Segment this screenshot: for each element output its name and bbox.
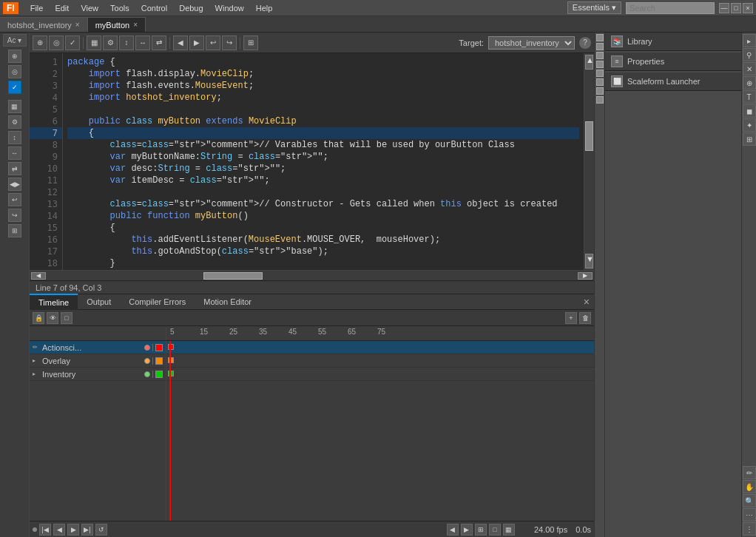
toolbar-btn-5[interactable]: ⚙ xyxy=(103,36,118,50)
panel-strip-btn-7[interactable] xyxy=(596,87,604,95)
rt-btn-extra1[interactable]: ⋯ xyxy=(743,508,756,521)
scroll-left-arrow[interactable]: ◀ xyxy=(31,272,46,280)
code-content[interactable]: package { import flash.display.MovieClip… xyxy=(63,53,584,270)
scroll-up-arrow[interactable]: ▲ xyxy=(585,55,593,70)
playhead[interactable] xyxy=(169,341,171,521)
maximize-button[interactable]: □ xyxy=(731,3,741,13)
layer-visibility-dot[interactable] xyxy=(144,358,150,364)
tl-tool-2[interactable]: ▶ xyxy=(461,524,473,536)
rt-btn-hand[interactable]: ✋ xyxy=(743,480,756,493)
scroll-thumb[interactable] xyxy=(585,121,593,151)
menu-window[interactable]: Window xyxy=(209,2,250,14)
vertical-scrollbar[interactable]: ▲ ▼ xyxy=(584,53,594,270)
tl-btn-outline[interactable]: □ xyxy=(61,312,72,324)
left-tool-2[interactable]: ◎ xyxy=(8,65,21,78)
panel-strip-btn-2[interactable] xyxy=(596,43,604,50)
frame-row-2[interactable] xyxy=(166,368,594,381)
toolbar-btn-2[interactable]: ◎ xyxy=(49,36,64,50)
rt-btn-7[interactable]: ✦ xyxy=(743,118,756,132)
rt-btn-extra2[interactable]: ⋮ xyxy=(743,522,756,536)
rt-btn-5[interactable]: T xyxy=(743,90,756,104)
left-tool-9[interactable]: ◀▶ xyxy=(8,178,21,191)
toolbar-btn-12[interactable]: ↪ xyxy=(222,36,237,50)
panel-strip-btn-1[interactable] xyxy=(596,34,604,41)
rt-btn-3[interactable]: ✕ xyxy=(743,62,756,75)
loop-btn[interactable]: ↺ xyxy=(95,524,107,536)
tab-close-hotshot[interactable]: × xyxy=(75,21,80,29)
toolbar-btn-11[interactable]: ↩ xyxy=(206,36,220,50)
panel-strip-btn-3[interactable] xyxy=(596,52,604,59)
tab-output[interactable]: Output xyxy=(78,294,120,310)
rt-btn-6[interactable]: ◼ xyxy=(743,104,756,118)
left-tool-10[interactable]: ↩ xyxy=(8,193,21,206)
rt-btn-8[interactable]: ⊞ xyxy=(743,132,756,146)
tab-motion-editor[interactable]: Motion Editor xyxy=(195,294,260,310)
left-tool-11[interactable]: ↪ xyxy=(8,209,21,222)
rt-btn-pencil[interactable]: ✏ xyxy=(743,466,756,479)
layer-visibility-dot[interactable] xyxy=(144,345,150,351)
tab-mybutton[interactable]: myButton × xyxy=(88,17,146,32)
left-tool-6[interactable]: ↕ xyxy=(8,131,21,144)
help-button[interactable]: ? xyxy=(579,37,591,49)
tab-close-mybutton[interactable]: × xyxy=(133,21,138,29)
play-btn[interactable]: ▶ xyxy=(67,524,79,536)
left-tool-12[interactable]: ⊞ xyxy=(8,224,21,237)
menu-help[interactable]: Help xyxy=(250,2,279,14)
play-start-btn[interactable]: |◀ xyxy=(39,524,51,536)
panel-strip-btn-6[interactable] xyxy=(596,78,604,86)
menu-edit[interactable]: Edit xyxy=(49,2,75,14)
close-button[interactable]: × xyxy=(743,3,753,13)
frame-row-1[interactable] xyxy=(166,354,594,368)
menu-tools[interactable]: Tools xyxy=(104,2,135,14)
scroll-down-arrow[interactable]: ▼ xyxy=(585,254,593,268)
timeline-frames[interactable] xyxy=(166,341,594,521)
tl-tool-5[interactable]: ▦ xyxy=(503,524,515,536)
left-tool-4[interactable]: ▦ xyxy=(8,100,21,113)
tl-tool-3[interactable]: ⊞ xyxy=(475,524,487,536)
rt-btn-4[interactable]: ⊕ xyxy=(743,76,756,90)
toolbar-btn-7[interactable]: ↔ xyxy=(135,36,150,50)
toolbar-btn-6[interactable]: ↕ xyxy=(119,36,134,50)
layer-color-indicator[interactable] xyxy=(155,344,163,351)
essentials-dropdown[interactable]: Essentials ▾ xyxy=(567,1,621,14)
minimize-button[interactable]: — xyxy=(719,3,729,13)
panel-strip-btn-5[interactable] xyxy=(596,70,604,77)
tab-compiler-errors[interactable]: Compiler Errors xyxy=(120,294,195,310)
rt-btn-1[interactable]: ▸ xyxy=(743,34,756,47)
toolbar-btn-3[interactable]: ✓ xyxy=(65,36,80,50)
rt-btn-2[interactable]: ⚲ xyxy=(743,48,756,61)
tl-btn-add[interactable]: + xyxy=(565,312,577,324)
toolbar-btn-9[interactable]: ◀ xyxy=(173,36,188,50)
tl-tool-4[interactable]: □ xyxy=(489,524,501,536)
timeline-layer-2[interactable]: ▸Inventory xyxy=(30,368,166,381)
horizontal-scrollbar[interactable]: ◀ ▶ xyxy=(30,270,594,280)
menu-control[interactable]: Control xyxy=(135,2,173,14)
bottom-panel-close[interactable]: × xyxy=(579,296,594,308)
left-tool-8[interactable]: ⇄ xyxy=(8,162,21,175)
left-tool-7[interactable]: ↔ xyxy=(8,146,21,160)
tl-tool-1[interactable]: ◀ xyxy=(447,524,459,536)
layer-color-indicator[interactable] xyxy=(155,357,163,365)
panel-strip-btn-4[interactable] xyxy=(596,61,604,68)
timeline-layer-1[interactable]: ▸Overlay xyxy=(30,354,166,368)
tl-btn-lock[interactable]: 🔒 xyxy=(33,312,44,324)
toolbar-btn-13[interactable]: ⊞ xyxy=(243,36,258,50)
toolbar-btn-4[interactable]: ▦ xyxy=(87,36,101,50)
play-back-btn[interactable]: ◀ xyxy=(53,524,65,536)
menu-file[interactable]: File xyxy=(24,2,50,14)
tl-btn-trash[interactable]: 🗑 xyxy=(579,312,591,324)
frame-row-0[interactable] xyxy=(166,341,594,354)
tl-btn-eye[interactable]: 👁 xyxy=(47,312,58,324)
toolbar-btn-1[interactable]: ⊕ xyxy=(33,36,47,50)
rt-btn-zoom[interactable]: 🔍 xyxy=(743,494,756,507)
timeline-layer-0[interactable]: ✏Actionsci... xyxy=(30,341,166,354)
panel-strip-btn-8[interactable] xyxy=(596,96,604,104)
left-tool-5[interactable]: ⚙ xyxy=(8,115,21,129)
scroll-right-arrow[interactable]: ▶ xyxy=(578,272,593,280)
left-tool-3[interactable]: ✓ xyxy=(8,81,21,94)
toolbar-btn-10[interactable]: ▶ xyxy=(189,36,204,50)
target-select[interactable]: hotshot_inventory xyxy=(488,36,575,50)
h-scroll-thumb[interactable] xyxy=(203,272,263,280)
menu-debug[interactable]: Debug xyxy=(173,2,209,14)
play-end-btn[interactable]: ▶| xyxy=(81,524,93,536)
